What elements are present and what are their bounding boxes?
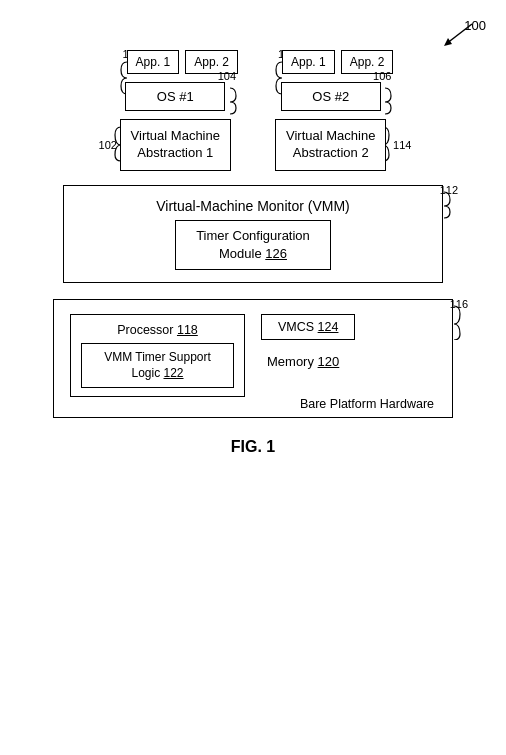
svg-marker-1 <box>444 38 452 46</box>
brace-112 <box>442 190 456 220</box>
memory-label: Memory <box>267 354 314 369</box>
vmm-timer-ref: 122 <box>164 366 184 380</box>
vmm-title: Virtual-Machine Monitor (VMM) <box>156 198 349 214</box>
brace-106 <box>383 86 395 116</box>
tcm-ref: 126 <box>265 246 287 261</box>
vmm-timer-line1: VMM Timer Support <box>104 350 211 364</box>
vm-columns-section: 108 App. 1 App. 2 104 OS #1 1 <box>30 50 476 171</box>
vm-column-1: 108 App. 1 App. 2 104 OS #1 1 <box>113 50 238 171</box>
memory-text: Memory 120 <box>261 354 339 369</box>
os-box-2: OS #2 <box>281 82 381 111</box>
vma-box-2: Virtual Machine Abstraction 2 <box>275 119 386 171</box>
processor-box: Processor 118 VMM Timer Support Logic 12… <box>70 314 245 397</box>
vma-line1-1: Virtual Machine <box>131 128 220 143</box>
vmcs-label: VMCS <box>278 320 314 334</box>
app1-box-vm1: App. 1 <box>127 50 180 74</box>
vmm-timer-line2: Logic <box>131 366 160 380</box>
hw-right-column: VMCS 124 Memory 120 <box>261 314 436 369</box>
memory-ref: 120 <box>318 354 340 369</box>
hw-platform-label: Bare Platform Hardware <box>300 397 434 411</box>
tcm-box: Timer Configuration Module 126 <box>175 220 331 270</box>
figure-label: FIG. 1 <box>231 438 275 456</box>
diagram-container: 100 108 App. 1 App. 2 104 <box>0 0 506 755</box>
vma-line1-2: Virtual Machine <box>286 128 375 143</box>
vmcs-ref: 124 <box>318 320 339 334</box>
vmcs-box: VMCS 124 <box>261 314 355 340</box>
tcm-line2: Module <box>219 246 262 261</box>
vmm-section: 112 Virtual-Machine Monitor (VMM) Timer … <box>63 185 443 283</box>
hardware-section: 116 Processor 118 VMM Timer Support Logi… <box>53 299 453 418</box>
ref-100-arrow <box>438 22 474 50</box>
vm-column-2: 110 App. 1 App. 2 106 OS #2 114 <box>268 50 393 171</box>
brace-116 <box>452 304 466 340</box>
vma-box-1: Virtual Machine Abstraction 1 <box>120 119 231 171</box>
ref-106: 106 <box>373 70 391 82</box>
processor-label: Processor <box>117 323 173 337</box>
ref-114: 114 <box>393 139 411 151</box>
brace-104 <box>228 86 240 116</box>
hw-left-column: Processor 118 VMM Timer Support Logic 12… <box>70 314 245 397</box>
vma-line2-1: Abstraction 1 <box>137 145 213 160</box>
tcm-line1: Timer Configuration <box>196 228 310 243</box>
vmm-timer-box: VMM Timer Support Logic 122 <box>81 343 234 388</box>
vma-line2-2: Abstraction 2 <box>293 145 369 160</box>
os-box-1: OS #1 <box>125 82 225 111</box>
processor-ref: 118 <box>177 323 198 337</box>
app1-box-vm2: App. 1 <box>282 50 335 74</box>
ref-104: 104 <box>218 70 236 82</box>
